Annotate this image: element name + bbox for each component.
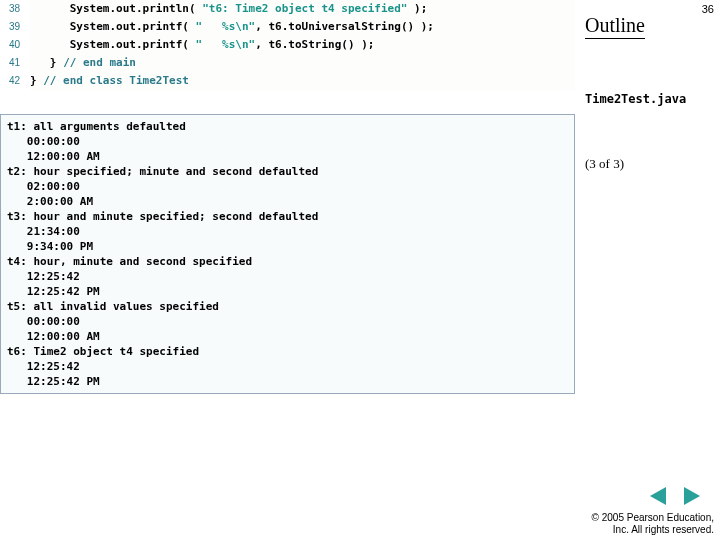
code-line: 39 System.out.printf( " %s\n", t6.toUniv… <box>0 18 575 36</box>
prev-button[interactable] <box>646 486 670 506</box>
copyright: © 2005 Pearson Education, Inc. All right… <box>592 512 714 536</box>
triangle-right-icon <box>684 487 700 505</box>
output-line: t3: hour and minute specified; second de… <box>7 209 568 224</box>
code-line: 41 } // end main <box>0 54 575 72</box>
code-text: System.out.printf( " %s\n", t6.toUnivers… <box>30 18 434 36</box>
next-button[interactable] <box>680 486 704 506</box>
outline-heading: Outline <box>585 14 645 39</box>
output-line: 12:00:00 AM <box>7 149 568 164</box>
output-line: 12:00:00 AM <box>7 329 568 344</box>
nav-controls <box>646 486 704 506</box>
line-number: 40 <box>0 36 30 54</box>
copyright-line: Inc. All rights reserved. <box>592 524 714 536</box>
output-line: t1: all arguments defaulted <box>7 119 568 134</box>
code-text: } // end main <box>30 54 136 72</box>
line-number: 41 <box>0 54 30 72</box>
code-text: System.out.println( "t6: Time2 object t4… <box>30 0 427 18</box>
output-line: 12:25:42 PM <box>7 374 568 389</box>
copyright-line: © 2005 Pearson Education, <box>592 512 714 524</box>
output-line: 12:25:42 <box>7 269 568 284</box>
output-line: t6: Time2 object t4 specified <box>7 344 568 359</box>
triangle-left-icon <box>650 487 666 505</box>
file-name: Time2Test.java <box>585 92 686 106</box>
code-text: System.out.printf( " %s\n", t6.toString(… <box>30 36 374 54</box>
sidebar: 36 Outline Time2Test.java (3 of 3) <box>575 0 720 540</box>
output-line: 00:00:00 <box>7 134 568 149</box>
output-line: t4: hour, minute and second specified <box>7 254 568 269</box>
output-line: 21:34:00 <box>7 224 568 239</box>
output-line: 12:25:42 <box>7 359 568 374</box>
output-line: 9:34:00 PM <box>7 239 568 254</box>
output-line: 2:00:00 AM <box>7 194 568 209</box>
line-number: 39 <box>0 18 30 36</box>
code-block: 38 System.out.println( "t6: Time2 object… <box>0 0 575 90</box>
line-number: 38 <box>0 0 30 18</box>
page-of-label: (3 of 3) <box>585 156 624 172</box>
code-line: 42 } // end class Time2Test <box>0 72 575 90</box>
code-line: 40 System.out.printf( " %s\n", t6.toStri… <box>0 36 575 54</box>
output-line: t5: all invalid values specified <box>7 299 568 314</box>
program-output: t1: all arguments defaulted 00:00:00 12:… <box>0 114 575 394</box>
output-line: 00:00:00 <box>7 314 568 329</box>
output-line: t2: hour specified; minute and second de… <box>7 164 568 179</box>
page-number: 36 <box>702 3 714 15</box>
code-text: } // end class Time2Test <box>30 72 189 90</box>
output-line: 02:00:00 <box>7 179 568 194</box>
output-line: 12:25:42 PM <box>7 284 568 299</box>
line-number: 42 <box>0 72 30 90</box>
code-line: 38 System.out.println( "t6: Time2 object… <box>0 0 575 18</box>
